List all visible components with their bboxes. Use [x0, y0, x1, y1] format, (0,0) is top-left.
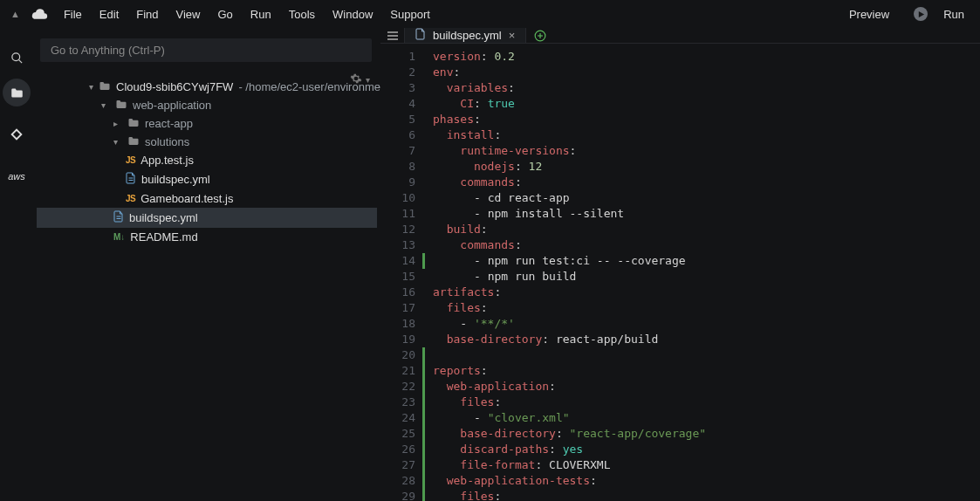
code-line[interactable]: runtime-versions: [433, 143, 980, 159]
menu-run[interactable]: Run [242, 4, 280, 24]
chevron-down-icon: ▾ [101, 100, 110, 110]
chevron-down-icon: ▾ [113, 137, 122, 147]
chevron-right-icon: ▸ [113, 119, 122, 128]
code-line[interactable]: artifacts: [433, 285, 980, 300]
run-status-icon[interactable] [914, 7, 928, 21]
code-line[interactable]: base-directory: react-app/build [433, 332, 980, 347]
tree-item-label: buildspec.yml [141, 173, 210, 186]
aws-icon[interactable]: aws [3, 162, 31, 190]
svg-rect-8 [387, 38, 398, 40]
tree-item-label: buildspec.yml [129, 211, 198, 224]
tab-bar: buildspec.yml × [380, 28, 980, 44]
code-line[interactable]: web-application-tests: [433, 473, 980, 489]
tree-item-react-app[interactable]: ▸react-app [37, 114, 377, 133]
tree-item-readme-md[interactable]: M↓README.md [37, 228, 377, 246]
code-line[interactable]: - npm run test:ci -- --coverage [433, 253, 980, 269]
code-line[interactable]: file-format: CLOVERXML [433, 457, 980, 473]
folder-icon [127, 117, 140, 130]
preview-button[interactable]: Preview [840, 4, 898, 24]
tree-root-label: Cloud9-sbib6CYwj7FW [116, 80, 233, 93]
editor-tab[interactable]: buildspec.yml × [405, 28, 526, 43]
svg-rect-7 [387, 35, 398, 37]
code-line[interactable]: env: [433, 65, 980, 80]
tree-item-app-test-js[interactable]: JSApp.test.js [37, 151, 377, 169]
chevron-down-icon: ▾ [89, 82, 93, 92]
menu-window[interactable]: Window [324, 4, 381, 24]
tree-item-solutions[interactable]: ▾solutions [37, 133, 377, 151]
menu-edit[interactable]: Edit [91, 4, 127, 24]
code-line[interactable]: web-application: [433, 379, 980, 395]
tree-item-label: README.md [130, 230, 197, 244]
code-line[interactable]: phases: [433, 112, 980, 127]
code-line[interactable]: files: [433, 489, 980, 501]
js-file-icon: JS [126, 155, 135, 165]
folder-icon[interactable] [3, 79, 31, 106]
tab-list-icon[interactable] [380, 28, 405, 43]
search-icon[interactable] [3, 44, 31, 72]
svg-point-0 [11, 52, 19, 60]
new-tab-icon[interactable] [526, 28, 554, 43]
close-icon[interactable]: × [509, 29, 516, 42]
editor-area: buildspec.yml × 123456789101112131415161… [380, 28, 980, 501]
menubar-collapse-icon[interactable]: ▲ [7, 9, 24, 19]
code-editor[interactable]: 1234567891011121314151617181920212223242… [380, 44, 980, 501]
svg-rect-6 [387, 31, 398, 33]
folder-icon [99, 80, 111, 93]
code-line[interactable]: - npm install --silent [433, 206, 980, 222]
line-gutter: 1234567891011121314151617181920212223242… [380, 44, 422, 501]
menu-go[interactable]: Go [209, 4, 242, 24]
code-content[interactable]: version: 0.2env: variables: CI: truephas… [426, 44, 980, 501]
sidebar: Go to Anything (Ctrl-P) ▾ ▾ Cloud9-sbib6… [33, 28, 380, 501]
tree-root[interactable]: ▾ Cloud9-sbib6CYwj7FW - /home/ec2-user/e… [37, 78, 377, 96]
code-line[interactable]: CI: true [433, 96, 980, 112]
tree-item-gameboard-test-js[interactable]: JSGameboard.test.js [37, 189, 377, 208]
tree-item-buildspec-yml[interactable]: buildspec.yml [37, 208, 377, 228]
tree-item-label: solutions [145, 135, 189, 148]
svg-line-1 [18, 59, 22, 63]
tree-item-web-application[interactable]: ▾web-application [37, 96, 377, 114]
tree-item-buildspec-yml[interactable]: buildspec.yml [37, 169, 377, 189]
document-file-icon [126, 172, 136, 187]
goto-anything-input[interactable]: Go to Anything (Ctrl-P) [40, 38, 372, 62]
code-line[interactable] [433, 347, 980, 363]
source-control-icon[interactable] [3, 120, 31, 148]
code-line[interactable]: version: 0.2 [433, 49, 980, 65]
code-line[interactable]: variables: [433, 80, 980, 96]
js-file-icon: JS [126, 194, 135, 203]
code-line[interactable]: build: [433, 222, 980, 237]
code-line[interactable]: base-directory: "react-app/coverage" [433, 426, 980, 442]
code-line[interactable]: install: [433, 127, 980, 143]
menu-file[interactable]: File [55, 4, 91, 24]
menu-find[interactable]: Find [127, 4, 167, 24]
menu-support[interactable]: Support [381, 4, 439, 24]
markdown-file-icon: M↓ [113, 232, 125, 242]
tab-title: buildspec.yml [433, 29, 502, 42]
tree-item-label: web-application [133, 99, 211, 112]
menubar: ▲ FileEditFindViewGoRunToolsWindowSuppor… [0, 0, 980, 28]
cloud9-logo-icon[interactable] [25, 8, 53, 20]
menu-view[interactable]: View [168, 4, 209, 24]
tree-item-label: react-app [145, 117, 193, 130]
code-line[interactable]: commands: [433, 175, 980, 190]
gear-icon[interactable]: ▾ [350, 72, 370, 87]
activity-bar: aws [0, 28, 33, 501]
folder-icon [115, 99, 127, 112]
code-line[interactable]: reports: [433, 363, 980, 379]
code-line[interactable]: - "clover.xml" [433, 410, 980, 426]
code-line[interactable]: files: [433, 300, 980, 316]
run-button[interactable]: Run [943, 4, 973, 24]
file-tree: ▾ Cloud9-sbib6CYwj7FW - /home/ec2-user/e… [33, 78, 380, 246]
tree-item-label: App.test.js [140, 154, 194, 167]
code-line[interactable]: nodejs: 12 [433, 159, 980, 175]
code-line[interactable]: discard-paths: yes [433, 442, 980, 457]
code-line[interactable]: - '**/*' [433, 316, 980, 332]
code-line[interactable]: files: [433, 395, 980, 410]
document-file-icon [113, 210, 124, 225]
file-icon [415, 28, 426, 43]
tree-item-label: Gameboard.test.js [140, 192, 233, 205]
code-line[interactable]: - cd react-app [433, 190, 980, 206]
folder-icon [127, 135, 140, 148]
menu-tools[interactable]: Tools [280, 4, 324, 24]
code-line[interactable]: - npm run build [433, 269, 980, 285]
code-line[interactable]: commands: [433, 237, 980, 253]
